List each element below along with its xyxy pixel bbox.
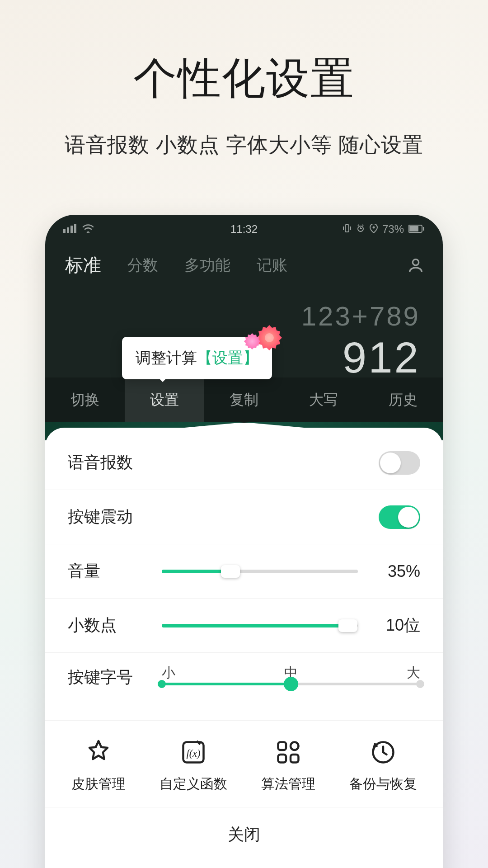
svg-rect-3 <box>74 224 76 233</box>
tab-accounting[interactable]: 记账 <box>255 251 289 279</box>
tooltip-text: 调整计算 <box>136 349 197 366</box>
calc-display: 123+789 912 <box>301 301 420 382</box>
profile-icon[interactable] <box>407 256 425 274</box>
star-icon <box>85 739 112 766</box>
calc-expression: 123+789 <box>301 301 420 332</box>
alarm-icon <box>356 223 365 236</box>
svg-rect-8 <box>409 226 418 231</box>
calc-result: 912 <box>301 333 420 382</box>
tool-algorithm-label: 算法管理 <box>261 775 315 793</box>
svg-text:f(x): f(x) <box>186 748 200 759</box>
tool-algorithm[interactable]: 算法管理 <box>261 739 315 793</box>
fx-icon: f(x) <box>180 739 207 766</box>
action-uppercase[interactable]: 大写 <box>284 377 363 423</box>
promo-subtitle: 语音报数 小数点 字体大小等 随心设置 <box>0 131 488 159</box>
row-voice: 语音报数 <box>45 436 443 490</box>
tool-backup-label: 备份与恢复 <box>349 775 417 793</box>
promo-title: 个性化设置 <box>0 0 488 108</box>
fontsize-large-label: 大 <box>407 664 420 682</box>
tooltip: 调整计算【设置】 <box>122 337 272 379</box>
row-decimal: 小数点 10位 <box>45 599 443 653</box>
tool-function[interactable]: f(x) 自定义函数 <box>160 739 227 793</box>
tooltip-highlight: 【设置】 <box>197 349 258 366</box>
tools-row: 皮肤管理 f(x) 自定义函数 算法管理 备份与恢复 <box>45 721 443 807</box>
fontsize-small-label: 小 <box>162 664 175 682</box>
statusbar: 11:32 73% <box>45 215 443 236</box>
volume-label: 音量 <box>68 560 149 582</box>
signal-icon <box>63 223 79 236</box>
settings-sheet: 语音报数 按键震动 音量 35% 小数点 10位 按键字号 <box>45 428 443 862</box>
calculator-dark-area: 11:32 73% 标准 分数 多功能 记账 123+789 912 <box>45 215 443 423</box>
svg-rect-1 <box>67 227 69 233</box>
battery-icon <box>408 223 425 236</box>
clock-icon <box>370 739 397 766</box>
decimal-value: 10位 <box>371 614 420 637</box>
action-copy[interactable]: 复制 <box>204 377 284 423</box>
tool-skin[interactable]: 皮肤管理 <box>71 739 126 793</box>
svg-rect-9 <box>423 227 424 231</box>
vibration-label: 按键震动 <box>68 506 149 528</box>
tab-standard[interactable]: 标准 <box>63 249 103 281</box>
battery-text: 73% <box>382 223 404 236</box>
svg-rect-4 <box>345 225 349 232</box>
action-row: 切换 设置 复制 大写 历史 <box>45 377 443 423</box>
phone-frame: 11:32 73% 标准 分数 多功能 记账 123+789 912 <box>45 215 443 868</box>
fontsize-label: 按键字号 <box>68 666 149 689</box>
vibrate-icon <box>343 223 352 236</box>
status-time: 11:32 <box>230 223 258 236</box>
svg-rect-2 <box>70 226 73 233</box>
close-button[interactable]: 关闭 <box>45 807 443 862</box>
svg-point-10 <box>413 259 418 265</box>
svg-rect-16 <box>278 755 286 763</box>
wifi-icon <box>82 223 94 236</box>
gear-small-icon <box>243 332 261 350</box>
decimal-label: 小数点 <box>68 614 149 637</box>
tab-multifunction[interactable]: 多功能 <box>183 251 232 279</box>
tool-skin-label: 皮肤管理 <box>71 775 126 793</box>
svg-point-11 <box>265 333 274 342</box>
row-fontsize: 按键字号 小 中 大 <box>45 653 443 721</box>
volume-slider[interactable] <box>162 570 358 573</box>
decimal-slider[interactable] <box>162 624 358 627</box>
action-switch[interactable]: 切换 <box>45 377 125 423</box>
tool-backup[interactable]: 备份与恢复 <box>349 739 417 793</box>
svg-rect-14 <box>278 742 286 750</box>
top-tabs: 标准 分数 多功能 记账 <box>45 236 443 281</box>
fontsize-slider[interactable] <box>162 683 420 685</box>
volume-value: 35% <box>371 562 420 581</box>
svg-rect-17 <box>291 755 299 763</box>
svg-point-6 <box>372 226 375 229</box>
location-icon <box>370 223 378 236</box>
tab-fraction[interactable]: 分数 <box>126 251 160 279</box>
voice-label: 语音报数 <box>68 452 149 474</box>
vibration-toggle[interactable] <box>379 505 420 529</box>
row-volume: 音量 35% <box>45 544 443 599</box>
svg-rect-0 <box>63 229 66 233</box>
tool-function-label: 自定义函数 <box>160 775 227 793</box>
voice-toggle[interactable] <box>379 451 420 475</box>
grid-icon <box>275 739 302 766</box>
svg-point-15 <box>291 742 299 750</box>
action-history[interactable]: 历史 <box>363 377 443 423</box>
row-vibration: 按键震动 <box>45 490 443 544</box>
